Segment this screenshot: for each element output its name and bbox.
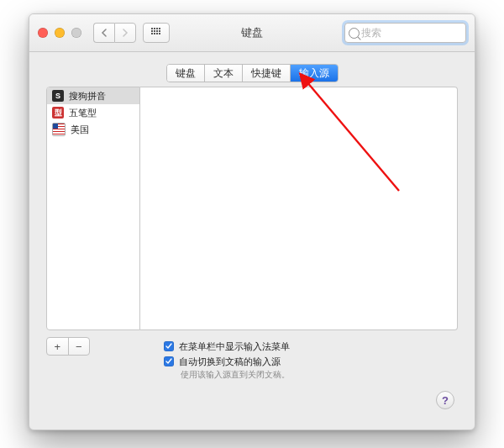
input-source-list[interactable]: S 搜狗拼音 型 五笔型 美国 xyxy=(46,87,140,330)
tab-bar: 键盘 文本 快捷键 输入源 xyxy=(29,64,475,82)
grid-icon xyxy=(151,28,161,38)
sogou-icon: S xyxy=(52,90,64,102)
search-field[interactable] xyxy=(344,23,466,43)
close-button[interactable] xyxy=(38,28,48,38)
remove-input-source-button[interactable]: − xyxy=(69,338,90,355)
window-controls xyxy=(38,28,81,38)
add-remove-control: + − xyxy=(46,337,90,356)
nav-buttons xyxy=(93,23,136,43)
options-group: 在菜单栏中显示输入法菜单 自动切换到文稿的输入源 使用该输入源直到关闭文稿。 xyxy=(164,339,290,381)
input-source-preview xyxy=(140,87,458,330)
input-source-label: 五笔型 xyxy=(69,107,97,119)
input-source-item[interactable]: 美国 xyxy=(47,121,139,138)
titlebar: 键盘 xyxy=(29,14,475,52)
show-all-button[interactable] xyxy=(143,23,170,43)
input-source-item[interactable]: S 搜狗拼音 xyxy=(47,87,139,104)
input-source-label: 美国 xyxy=(71,124,89,136)
help-button[interactable]: ? xyxy=(436,391,454,409)
option-hint: 使用该输入源直到关闭文稿。 xyxy=(181,369,290,381)
chevron-left-icon xyxy=(101,29,108,37)
input-source-label: 搜狗拼音 xyxy=(69,90,106,103)
tab-segmented-control: 键盘 文本 快捷键 输入源 xyxy=(166,64,339,82)
content-area: S 搜狗拼音 型 五笔型 美国 + − xyxy=(46,87,458,413)
panes: S 搜狗拼音 型 五笔型 美国 xyxy=(46,87,458,330)
tab-shortcuts[interactable]: 快捷键 xyxy=(243,65,291,82)
back-button[interactable] xyxy=(93,23,114,43)
input-source-item[interactable]: 型 五笔型 xyxy=(47,104,139,121)
option-label: 在菜单栏中显示输入法菜单 xyxy=(179,340,290,353)
zoom-button[interactable] xyxy=(71,28,81,38)
option-show-in-menubar[interactable]: 在菜单栏中显示输入法菜单 xyxy=(164,339,290,354)
checkbox-checked-icon xyxy=(164,356,174,366)
us-flag-icon xyxy=(52,123,66,136)
option-auto-switch[interactable]: 自动切换到文稿的输入源 xyxy=(164,354,290,369)
chevron-right-icon xyxy=(122,29,129,37)
check-icon xyxy=(165,358,172,365)
search-icon xyxy=(349,28,360,39)
preferences-window: 键盘 键盘 文本 快捷键 输入源 S 搜狗拼音 型 xyxy=(29,13,475,430)
add-input-source-button[interactable]: + xyxy=(47,338,69,355)
tab-text[interactable]: 文本 xyxy=(205,65,243,82)
minimize-button[interactable] xyxy=(55,28,65,38)
checkbox-checked-icon xyxy=(164,341,174,351)
forward-button[interactable] xyxy=(114,23,136,43)
check-icon xyxy=(165,343,172,350)
option-label: 自动切换到文稿的输入源 xyxy=(179,356,281,368)
tab-input-sources[interactable]: 输入源 xyxy=(291,65,338,82)
wubi-icon: 型 xyxy=(52,107,64,119)
tab-keyboard[interactable]: 键盘 xyxy=(167,65,205,82)
search-input[interactable] xyxy=(361,27,475,39)
